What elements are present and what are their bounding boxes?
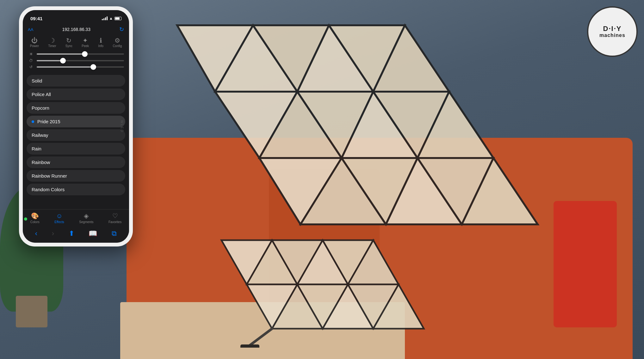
speed-fill bbox=[37, 60, 63, 61]
green-status-dot bbox=[24, 217, 27, 221]
sync-icon: ↻ bbox=[66, 37, 71, 44]
tab-segments[interactable]: ◈ Segments bbox=[79, 212, 93, 224]
tab-effects[interactable]: ☺ Effects bbox=[54, 212, 64, 224]
segments-icon: ◈ bbox=[84, 212, 89, 220]
signal-bars bbox=[102, 16, 108, 20]
tab-bar: 🎨 Colors ☺ Effects ◈ Segments ♡ Favorite… bbox=[23, 209, 129, 227]
effect-police-all-label: Police All bbox=[32, 92, 51, 97]
effects-tab-label: Effects bbox=[54, 220, 64, 224]
toolbar-info[interactable]: ℹ Info bbox=[98, 37, 103, 48]
effect-rain[interactable]: Rain bbox=[27, 143, 125, 155]
tab-favorites[interactable]: ♡ Favorites bbox=[108, 212, 121, 224]
signal-bar-3 bbox=[105, 17, 106, 20]
url-address[interactable]: 192.168.86.33 bbox=[62, 27, 90, 32]
url-aa-button[interactable]: AA bbox=[28, 27, 33, 32]
toolbar-peek[interactable]: ✦ Peek bbox=[82, 37, 89, 48]
tabs-button[interactable]: ⧉ bbox=[112, 229, 117, 238]
favorites-tab-label: Favorites bbox=[108, 220, 121, 224]
intensity-thumb[interactable] bbox=[90, 64, 96, 70]
status-bar: 09:41 ▲ bbox=[23, 10, 129, 24]
effect-rainbow[interactable]: Rainbow bbox=[27, 156, 125, 168]
toolbar-config[interactable]: ⚙ Config bbox=[113, 37, 122, 48]
info-icon: ℹ bbox=[100, 37, 102, 44]
brightness-icon: ☀ bbox=[28, 52, 34, 57]
brightness-thumb[interactable] bbox=[82, 51, 88, 57]
bookmarks-button[interactable]: 📖 bbox=[89, 229, 97, 238]
config-icon: ⚙ bbox=[115, 37, 120, 44]
colors-tab-label: Colors bbox=[30, 220, 40, 224]
brightness-track[interactable] bbox=[37, 53, 124, 55]
share-button[interactable]: ⬆ bbox=[69, 229, 74, 238]
intensity-track[interactable] bbox=[37, 66, 124, 68]
toolbar-sync[interactable]: ↻ Sync bbox=[65, 37, 72, 48]
url-bar[interactable]: AA 192.168.86.33 ↻ bbox=[23, 24, 129, 35]
refresh-button[interactable]: ↻ bbox=[119, 26, 124, 33]
back-button[interactable]: ‹ bbox=[35, 229, 37, 238]
effect-solid[interactable]: Solid bbox=[27, 75, 125, 87]
intensity-icon: ↺ bbox=[28, 65, 34, 69]
diy-logo: D·I·Y machines bbox=[587, 6, 638, 57]
wifi-icon: ▲ bbox=[109, 16, 113, 21]
diy-logo-subtitle: machines bbox=[599, 33, 625, 38]
effect-pride-2015[interactable]: Pride 2015 bbox=[27, 116, 125, 127]
sliders-area: ☀ ⏱ ↺ bbox=[23, 49, 129, 74]
signal-bar-2 bbox=[103, 18, 104, 20]
battery-icon bbox=[115, 17, 121, 20]
sync-label: Sync bbox=[65, 44, 72, 48]
effect-popcorn[interactable]: Popcorn bbox=[27, 102, 125, 114]
peek-label: Peek bbox=[82, 44, 89, 48]
toolbar-timer[interactable]: ☽ Timer bbox=[48, 37, 56, 48]
light-panels bbox=[95, 0, 601, 348]
timer-label: Timer bbox=[48, 44, 56, 48]
wled-label: WLED bbox=[120, 120, 124, 133]
top-toolbar: ⏻ Power ☽ Timer ↻ Sync ✦ Peek ℹ Info ⚙ C… bbox=[23, 35, 129, 49]
browser-bottom-bar: ‹ › ⬆ 📖 ⧉ bbox=[23, 227, 129, 243]
signal-bar-1 bbox=[102, 19, 103, 20]
forward-button[interactable]: › bbox=[52, 229, 54, 238]
battery-fill bbox=[115, 17, 120, 20]
effect-railway-label: Railway bbox=[32, 132, 48, 138]
effect-popcorn-label: Popcorn bbox=[32, 105, 49, 111]
effect-solid-label: Solid bbox=[32, 78, 42, 83]
speed-slider-row: ⏱ bbox=[28, 58, 124, 63]
effect-pride-2015-dot bbox=[32, 120, 34, 123]
speed-thumb[interactable] bbox=[60, 58, 66, 64]
effect-random-colors[interactable]: Random Colors bbox=[27, 184, 125, 195]
brightness-fill bbox=[37, 53, 85, 55]
brightness-slider-row: ☀ bbox=[28, 52, 124, 57]
effect-pride-2015-label: Pride 2015 bbox=[37, 119, 60, 124]
svg-rect-31 bbox=[240, 344, 259, 348]
timer-icon: ☽ bbox=[49, 37, 55, 44]
diy-logo-title: D·I·Y bbox=[603, 25, 622, 33]
effect-rainbow-label: Rainbow bbox=[32, 160, 50, 165]
phone-screen: 09:41 ▲ AA 192.168.86.33 ↻ bbox=[23, 10, 129, 243]
status-time: 09:41 bbox=[30, 16, 42, 21]
favorites-icon: ♡ bbox=[112, 212, 118, 220]
speed-icon: ⏱ bbox=[28, 58, 34, 63]
effect-rain-label: Rain bbox=[32, 146, 41, 151]
intensity-slider-row: ↺ bbox=[28, 65, 124, 69]
speed-track[interactable] bbox=[37, 60, 124, 61]
effect-railway[interactable]: Railway bbox=[27, 129, 125, 141]
effect-rainbow-runner[interactable]: Rainbow Runner bbox=[27, 170, 125, 182]
effect-police-all[interactable]: Police All bbox=[27, 88, 125, 100]
tab-colors[interactable]: 🎨 Colors bbox=[30, 212, 40, 224]
info-label: Info bbox=[98, 44, 103, 48]
toolbar-power[interactable]: ⏻ Power bbox=[30, 37, 39, 48]
effect-random-colors-label: Random Colors bbox=[32, 187, 65, 192]
peek-icon: ✦ bbox=[83, 37, 88, 44]
status-icons: ▲ bbox=[102, 16, 121, 21]
segments-tab-label: Segments bbox=[79, 220, 93, 224]
signal-bar-4 bbox=[107, 16, 108, 20]
colors-icon: 🎨 bbox=[31, 212, 39, 220]
effects-list: Solid Police All Popcorn Pride 2015 Rail… bbox=[23, 74, 129, 209]
power-label: Power bbox=[30, 44, 39, 48]
phone-frame: 09:41 ▲ AA 192.168.86.33 ↻ bbox=[19, 6, 133, 246]
effect-rainbow-runner-label: Rainbow Runner bbox=[32, 173, 67, 179]
config-label: Config bbox=[113, 44, 122, 48]
power-icon: ⏻ bbox=[31, 37, 38, 44]
effects-icon: ☺ bbox=[56, 212, 62, 220]
intensity-fill bbox=[37, 66, 93, 68]
